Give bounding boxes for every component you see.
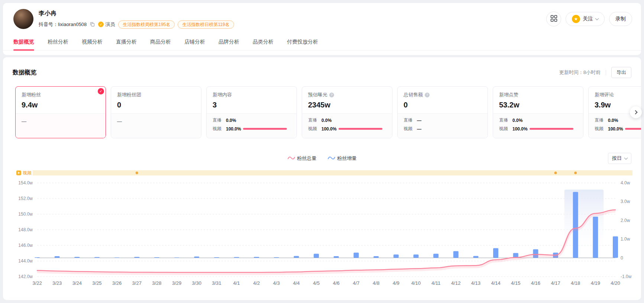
profile-header: 李小冉 抖音号：lixiaoran0508 ✓ 演员 生活指数榜周榜第195名生… — [3, 3, 641, 55]
stat-value: 0.0% — [321, 118, 337, 123]
stat-label: 直播 — [213, 117, 223, 123]
tab-7[interactable]: 品牌分析 — [219, 33, 239, 50]
tab-6[interactable]: 店铺分析 — [184, 33, 205, 50]
copy-icon[interactable] — [90, 22, 95, 27]
video-post-dot[interactable] — [574, 172, 577, 174]
svg-text:4/12: 4/12 — [451, 280, 460, 286]
video-share-bar — [625, 128, 641, 130]
svg-text:4/7: 4/7 — [353, 280, 359, 286]
legend-fans-total[interactable]: 粉丝总量 — [288, 155, 317, 162]
svg-text:4/2: 4/2 — [253, 280, 260, 286]
overview-panel: 数据概览 更新时间：8小时前 导出 ✓ 新增粉丝 ? 9.4w — ✓ 新增粉丝… — [3, 57, 641, 300]
avatar[interactable] — [13, 9, 33, 29]
card-label: 新增内容 — [213, 91, 232, 98]
svg-text:3/30: 3/30 — [192, 280, 201, 286]
stat-label: 视频 — [404, 126, 414, 132]
metric-card-3[interactable]: ✓ 新增内容 ? 3 直播0.0%视频100.0% — [206, 86, 297, 138]
chevron-down-icon — [624, 156, 628, 159]
fans-increment-bars[interactable] — [35, 192, 618, 258]
header-actions: ★ 关注 录制 — [546, 12, 632, 26]
granularity-select[interactable]: 按日 — [608, 153, 631, 164]
rank-badge-1[interactable]: 生活指数榜周榜第195名 — [118, 20, 175, 29]
export-button[interactable]: 导出 — [611, 67, 631, 78]
video-share-bar — [339, 128, 382, 130]
divider — [606, 70, 606, 75]
grid-qr-button[interactable] — [546, 12, 561, 26]
fans-trend-chart[interactable]: 视频154.0w152.0w150.0w148.0w146.0w144.0w14… — [3, 168, 641, 291]
svg-text:150.0w: 150.0w — [18, 212, 33, 217]
svg-text:1.0w: 1.0w — [621, 236, 630, 242]
tab-bar: 数据概览粉丝分析视频分析直播分析商品分析店铺分析品牌分析品类分析付费投放分析 — [3, 33, 641, 51]
svg-text:4/9: 4/9 — [393, 280, 399, 286]
stat-label: 直播 — [499, 117, 509, 123]
dash-placeholder: — — [22, 119, 100, 124]
svg-text:4/16: 4/16 — [531, 280, 540, 286]
card-bottom: — — [16, 113, 106, 138]
stat-value: — — [417, 118, 433, 123]
svg-text:4/1: 4/1 — [233, 280, 240, 286]
verified-label: 演员 — [105, 21, 115, 28]
svg-text:4.0w: 4.0w — [621, 180, 630, 186]
stat-label: 视频 — [595, 126, 605, 132]
follow-label: 关注 — [583, 16, 593, 22]
metric-card-2[interactable]: ✓ 新增粉丝团 ? 0 — — [111, 86, 201, 138]
svg-text:142.0w: 142.0w — [18, 274, 33, 279]
svg-text:4/8: 4/8 — [373, 280, 379, 286]
svg-text:148.0w: 148.0w — [18, 227, 33, 232]
svg-text:2.0w: 2.0w — [621, 218, 630, 223]
legend-fans-increment-label: 粉丝增量 — [337, 155, 357, 162]
metric-card-1[interactable]: ✓ 新增粉丝 ? 9.4w — — [15, 86, 106, 138]
stat-label: 直播 — [308, 117, 318, 123]
legend-fans-increment[interactable]: 粉丝增量 — [328, 155, 357, 162]
verified-badge: ✓ 演员 — [98, 21, 115, 28]
svg-text:3/22: 3/22 — [32, 280, 42, 286]
svg-text:4/14: 4/14 — [491, 280, 500, 286]
chart-gridlines: 154.0w152.0w150.0w148.0w146.0w144.0w142.… — [18, 180, 631, 279]
stat-label: 视频 — [499, 126, 509, 132]
card-bottom: 直播0.0%视频100.0% — [493, 113, 583, 138]
profile-info: 李小冉 抖音号：lixiaoran0508 ✓ 演员 生活指数榜周榜第195名生… — [39, 10, 234, 29]
svg-text:3/28: 3/28 — [152, 280, 161, 286]
tab-1[interactable]: 数据概览 — [13, 33, 34, 50]
metric-card-5[interactable]: ✓ 总销售额 ? 0 直播—视频— — [397, 86, 488, 138]
card-value: 3 — [213, 101, 291, 109]
svg-text:3/23: 3/23 — [52, 280, 62, 286]
metric-cards-wrap: ✓ 新增粉丝 ? 9.4w — ✓ 新增粉丝团 ? 0 — ✓ 新增内容 ? 3 — [3, 86, 641, 138]
card-label: 总销售额 — [404, 91, 423, 98]
svg-text:3/29: 3/29 — [172, 280, 181, 286]
video-post-dot[interactable] — [554, 172, 557, 174]
svg-text:4/3: 4/3 — [273, 280, 280, 286]
card-value: 0 — [404, 101, 482, 109]
svg-text:3/24: 3/24 — [72, 280, 82, 286]
card-stat-row: 直播0.0% — [499, 117, 577, 123]
card-bottom: — — [111, 113, 201, 138]
help-icon[interactable]: ? — [329, 93, 334, 97]
svg-text:4/13: 4/13 — [471, 280, 480, 286]
update-time: 更新时间：8小时前 — [559, 69, 601, 76]
tab-8[interactable]: 品类分析 — [253, 33, 274, 50]
record-button[interactable]: 录制 — [609, 12, 632, 26]
cards-scroll-next-button[interactable] — [630, 106, 642, 118]
rank-badges: 生活指数榜周榜第195名生活指数榜日榜第119名 — [118, 20, 234, 29]
metric-card-4[interactable]: ✓ 预估曝光 ? 2345w 直播0.0%视频100.0% — [302, 86, 392, 138]
video-post-dot[interactable] — [136, 172, 138, 174]
tab-3[interactable]: 视频分析 — [82, 33, 103, 50]
tab-9[interactable]: 付费投放分析 — [287, 33, 318, 50]
card-value: 2345w — [308, 101, 386, 109]
svg-text:4/4: 4/4 — [293, 280, 300, 286]
help-icon[interactable]: ? — [425, 93, 430, 97]
stat-value: 0.0% — [226, 118, 242, 123]
svg-text:4/19: 4/19 — [591, 280, 600, 286]
tab-5[interactable]: 商品分析 — [150, 33, 171, 50]
card-label: 预估曝光 — [308, 91, 327, 98]
follow-button[interactable]: ★ 关注 — [566, 12, 605, 26]
tab-4[interactable]: 直播分析 — [116, 33, 137, 50]
svg-text:0: 0 — [621, 255, 623, 261]
tab-2[interactable]: 粉丝分析 — [48, 33, 68, 50]
rank-badge-2[interactable]: 生活指数榜日榜第119名 — [178, 20, 234, 29]
metric-card-6[interactable]: ✓ 新增点赞 ? 53.2w 直播0.0%视频100.0% — [493, 86, 583, 138]
chevron-down-icon — [595, 16, 599, 20]
stat-value: — — [417, 126, 433, 132]
card-stat-row: 视频— — [404, 126, 482, 132]
fans-total-line[interactable] — [37, 210, 615, 272]
